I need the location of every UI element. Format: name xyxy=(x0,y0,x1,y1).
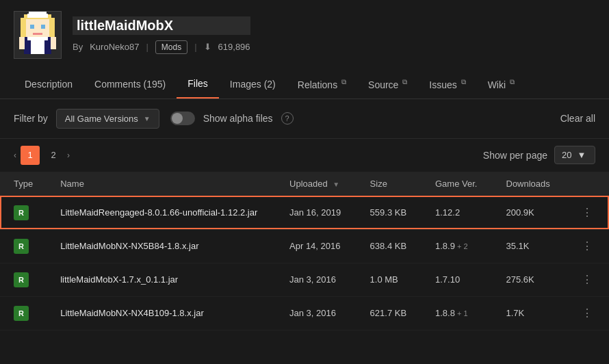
col-name: Name xyxy=(47,172,276,196)
tab-description[interactable]: Description xyxy=(14,70,83,98)
game-ver-extra: + 1 xyxy=(457,309,468,317)
clear-all-button[interactable]: Clear all xyxy=(560,113,595,124)
per-page-value: 20 xyxy=(562,150,571,160)
pagination-row: ‹ 1 2 › Show per page 20 ▼ xyxy=(0,139,609,172)
file-name[interactable]: littleMaidMobX-1.7.x_0.1.1.jar xyxy=(60,274,178,285)
row-menu-button[interactable]: ⋮ xyxy=(579,238,595,255)
per-page-label: Show per page xyxy=(483,150,547,161)
external-link-icon: ⧉ xyxy=(341,78,346,86)
file-size-cell: 1.0 MB xyxy=(357,263,422,296)
next-page-button[interactable]: › xyxy=(67,151,70,160)
file-type-cell: R xyxy=(0,296,47,330)
row-menu-button[interactable]: ⋮ xyxy=(579,205,595,221)
file-menu-cell: ⋮ xyxy=(565,196,609,229)
download-count: 619,896 xyxy=(218,42,250,52)
alpha-files-toggle[interactable] xyxy=(170,112,195,125)
file-uploaded-cell: Jan 3, 2016 xyxy=(276,263,357,296)
mod-info: littleMaidMobX By KuroNeko87 | Mods | ⬇ … xyxy=(73,16,250,54)
svg-rect-2 xyxy=(21,18,26,38)
svg-rect-11 xyxy=(19,37,25,49)
table-row: RLittleMaidMobNX-NX4B109-1.8.x.jarJan 3,… xyxy=(0,296,609,330)
mod-meta: By KuroNeko87 | Mods | ⬇ 619,896 xyxy=(73,40,250,54)
type-badge: R xyxy=(14,272,29,287)
file-downloads-cell: 200.9K xyxy=(493,196,566,229)
table-header: Type Name Uploaded ▼ Size Game Ver. Down… xyxy=(0,172,609,196)
download-icon: ⬇ xyxy=(204,42,211,52)
page-2-button[interactable]: 2 xyxy=(44,146,63,165)
tab-images[interactable]: Images (2) xyxy=(219,70,287,98)
svg-rect-3 xyxy=(49,18,55,38)
file-downloads-cell: 1.7K xyxy=(493,296,566,330)
tab-wiki[interactable]: Wiki ⧉ xyxy=(477,70,526,99)
file-name-cell: LittleMaidMobNX-NX4B109-1.8.x.jar xyxy=(47,296,276,330)
file-menu-cell: ⋮ xyxy=(565,263,609,296)
page-header: littleMaidMobX By KuroNeko87 | Mods | ⬇ … xyxy=(0,0,609,70)
file-name[interactable]: LittleMaidMobNX-NX4B109-1.8.x.jar xyxy=(60,308,204,318)
version-select-value: All Game Versions xyxy=(65,114,138,124)
alpha-files-label: Show alpha files xyxy=(203,113,273,124)
per-page-section: Show per page 20 ▼ xyxy=(483,146,595,164)
table-row: RlittleMaidMobX-1.7.x_0.1.1.jarJan 3, 20… xyxy=(0,263,609,296)
file-name-cell: LittleMaidMobNX-NX5B84-1.8.x.jar xyxy=(47,229,276,263)
files-table: Type Name Uploaded ▼ Size Game Ver. Down… xyxy=(0,172,609,330)
svg-rect-10 xyxy=(31,40,44,54)
file-type-cell: R xyxy=(0,263,47,296)
tab-source[interactable]: Source ⧉ xyxy=(357,70,418,99)
table-body: RLittleMaidReengaged-8.0.1.66-unofficial… xyxy=(0,196,609,330)
mod-title: littleMaidMobX xyxy=(73,16,250,35)
col-type: Type xyxy=(0,172,47,196)
filter-label: Filter by xyxy=(14,113,48,124)
file-uploaded-cell: Jan 16, 2019 xyxy=(276,196,357,229)
col-actions xyxy=(565,172,609,196)
file-game-ver-cell: 1.12.2 xyxy=(422,196,493,229)
table-row: RLittleMaidReengaged-8.0.1.66-unofficial… xyxy=(0,196,609,229)
file-size-cell: 559.3 KB xyxy=(357,196,422,229)
type-badge: R xyxy=(14,239,29,254)
divider: | xyxy=(146,42,148,52)
external-link-icon3: ⧉ xyxy=(461,78,466,86)
tab-files[interactable]: Files xyxy=(177,70,219,99)
version-filter[interactable]: All Game Versions ▼ xyxy=(56,109,159,129)
file-name[interactable]: LittleMaidMobNX-NX5B84-1.8.x.jar xyxy=(60,241,198,251)
author-name[interactable]: KuroNeko87 xyxy=(90,42,139,52)
tab-issues[interactable]: Issues ⧉ xyxy=(418,70,476,99)
type-badge: R xyxy=(14,306,29,321)
file-type-cell: R xyxy=(0,229,47,263)
file-size-cell: 638.4 KB xyxy=(357,229,422,263)
external-link-icon2: ⧉ xyxy=(402,78,407,86)
table-row: RLittleMaidMobNX-NX5B84-1.8.x.jarApr 14,… xyxy=(0,229,609,263)
file-game-ver-cell: 1.7.10 xyxy=(422,263,493,296)
svg-rect-14 xyxy=(29,11,47,14)
prev-page-button[interactable]: ‹ xyxy=(14,151,16,160)
file-uploaded-cell: Apr 14, 2016 xyxy=(276,229,357,263)
tab-relations[interactable]: Relations ⧉ xyxy=(287,70,357,99)
col-uploaded[interactable]: Uploaded ▼ xyxy=(276,172,357,196)
by-label: By xyxy=(73,42,83,52)
row-menu-button[interactable]: ⋮ xyxy=(579,305,595,322)
mod-avatar xyxy=(14,11,62,59)
nav-tabs: Description Comments (195) Files Images … xyxy=(0,70,609,99)
chevron-down-icon: ▼ xyxy=(144,115,151,122)
svg-rect-5 xyxy=(30,25,34,29)
file-name-cell: LittleMaidReengaged-8.0.1.66-unofficial-… xyxy=(47,196,276,229)
file-menu-cell: ⋮ xyxy=(565,229,609,263)
col-size: Size xyxy=(357,172,422,196)
type-badge: R xyxy=(14,205,29,220)
help-icon[interactable]: ? xyxy=(281,112,294,125)
file-downloads-cell: 275.6K xyxy=(493,263,566,296)
per-page-select[interactable]: 20 ▼ xyxy=(554,146,595,164)
file-size-cell: 621.7 KB xyxy=(357,296,422,330)
page-1-button[interactable]: 1 xyxy=(21,146,40,165)
tab-comments[interactable]: Comments (195) xyxy=(83,70,177,98)
mods-badge[interactable]: Mods xyxy=(155,40,187,54)
file-name[interactable]: LittleMaidReengaged-8.0.1.66-unofficial-… xyxy=(60,207,257,218)
file-menu-cell: ⋮ xyxy=(565,296,609,330)
row-menu-button[interactable]: ⋮ xyxy=(579,272,595,288)
col-downloads: Downloads xyxy=(493,172,566,196)
svg-rect-9 xyxy=(27,37,48,40)
file-game-ver-cell: 1.8.9+ 2 xyxy=(422,229,493,263)
sort-icon: ▼ xyxy=(333,181,339,188)
pagination: ‹ 1 2 › xyxy=(14,146,70,165)
avatar-image xyxy=(14,11,62,59)
file-name-cell: littleMaidMobX-1.7.x_0.1.1.jar xyxy=(47,263,276,296)
